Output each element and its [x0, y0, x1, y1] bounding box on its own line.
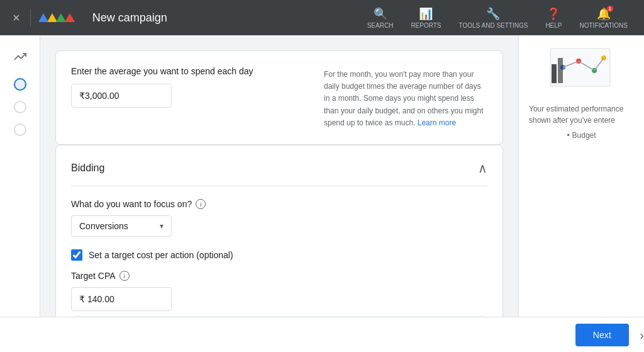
- tools-label: TOOLS AND SETTINGS: [459, 22, 528, 29]
- budget-hint: For the month, you won't pay more than y…: [324, 66, 487, 129]
- focus-label-text: What do you want to focus on?: [71, 199, 192, 209]
- focus-help-icon[interactable]: i: [196, 199, 206, 209]
- bullet-budget: • Budget: [567, 131, 596, 140]
- google-ads-logo: [38, 13, 75, 22]
- notifications-nav-button[interactable]: 🔔 1 NOTIFICATIONS: [574, 4, 634, 31]
- budget-top: Enter the average you want to spend each…: [71, 66, 487, 129]
- search-nav-button[interactable]: 🔍 SEARCH: [361, 4, 400, 31]
- search-icon: 🔍: [374, 7, 387, 21]
- bottom-bar: Next ›: [0, 317, 644, 352]
- performance-text: Your estimated performance shown after y…: [529, 103, 634, 126]
- budget-card: Enter the average you want to spend each…: [55, 50, 503, 145]
- target-cpa-checkbox[interactable]: [71, 249, 82, 261]
- budget-left: Enter the average you want to spend each…: [71, 66, 299, 129]
- right-chevron-icon[interactable]: ›: [640, 327, 644, 342]
- target-cpa-label: Target CPA i: [71, 271, 487, 281]
- badge-count: 1: [607, 6, 613, 12]
- logo-triangle-red: [65, 13, 75, 22]
- reports-nav-button[interactable]: 📊 REPORTS: [404, 4, 447, 31]
- search-label: SEARCH: [367, 22, 394, 29]
- bullet-label: Budget: [572, 131, 596, 140]
- nav-divider: [30, 9, 31, 26]
- target-cpa-label-text: Target CPA: [71, 271, 116, 281]
- performance-chart: [544, 45, 619, 96]
- bidding-title: Bidding: [71, 162, 104, 174]
- bidding-header: Bidding ∧: [71, 161, 487, 186]
- next-button[interactable]: Next: [575, 324, 629, 346]
- sidebar-step-3[interactable]: [14, 123, 26, 136]
- svg-rect-5: [552, 64, 557, 83]
- budget-label: Enter the average you want to spend each…: [71, 66, 299, 76]
- page-title: New campaign: [92, 11, 167, 25]
- help-icon: ❓: [547, 7, 560, 21]
- bidding-collapse-button[interactable]: ∧: [478, 161, 487, 176]
- daily-budget-input[interactable]: [71, 84, 172, 108]
- sidebar-step-1[interactable]: [14, 78, 26, 91]
- notifications-badge: 🔔 1: [597, 7, 611, 21]
- conversions-dropdown[interactable]: Conversions ▾: [71, 215, 172, 237]
- nav-right-icons: 🔍 SEARCH 📊 REPORTS 🔧 TOOLS AND SETTINGS …: [361, 4, 634, 31]
- dropdown-arrow-icon: ▾: [160, 222, 164, 230]
- sidebar-icon-trending[interactable]: [9, 45, 31, 68]
- bidding-card: Bidding ∧ What do you want to focus on? …: [55, 145, 503, 317]
- svg-rect-6: [558, 58, 563, 83]
- learn-more-link[interactable]: Learn more: [418, 118, 456, 127]
- sidebar-step-2[interactable]: [14, 101, 26, 113]
- help-nav-button[interactable]: ❓ HELP: [539, 4, 568, 31]
- content-area: Enter the average you want to spend each…: [40, 35, 518, 317]
- target-cpa-checkbox-label[interactable]: Set a target cost per action (optional): [89, 250, 233, 260]
- left-sidebar: [0, 35, 40, 317]
- close-button[interactable]: ×: [10, 8, 23, 28]
- focus-label: What do you want to focus on? i: [71, 199, 487, 209]
- target-cpa-input[interactable]: [71, 287, 172, 311]
- reports-label: REPORTS: [411, 22, 441, 29]
- help-label: HELP: [545, 22, 562, 29]
- tools-icon: 🔧: [486, 7, 500, 21]
- notifications-label: NOTIFICATIONS: [580, 22, 628, 29]
- main-layout: Enter the average you want to spend each…: [0, 35, 644, 317]
- target-cpa-help-icon[interactable]: i: [119, 271, 130, 281]
- dropdown-value: Conversions: [79, 221, 128, 231]
- target-cpa-checkbox-row: Set a target cost per action (optional): [71, 249, 487, 261]
- tools-nav-button[interactable]: 🔧 TOOLS AND SETTINGS: [453, 4, 535, 31]
- reports-icon: 📊: [419, 7, 433, 21]
- right-panel: Your estimated performance shown after y…: [518, 35, 644, 317]
- bullet-dot: •: [567, 131, 569, 140]
- budget-hint-text: For the month, you won't pay more than y…: [324, 70, 484, 127]
- top-navigation: × New campaign 🔍 SEARCH 📊 REPORTS 🔧 TOOL…: [0, 0, 644, 35]
